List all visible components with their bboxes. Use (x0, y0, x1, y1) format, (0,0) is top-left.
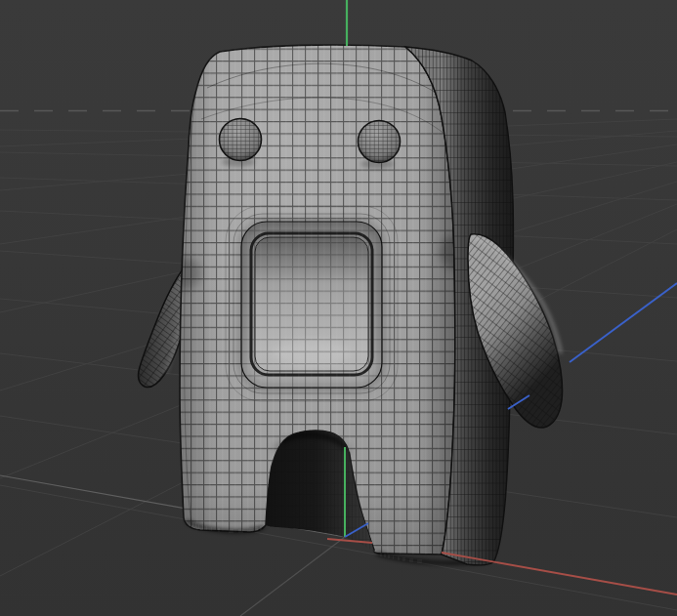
mouth-panel[interactable] (226, 206, 398, 401)
viewport-canvas[interactable] (0, 0, 677, 616)
viewport-window[interactable] (0, 0, 677, 616)
